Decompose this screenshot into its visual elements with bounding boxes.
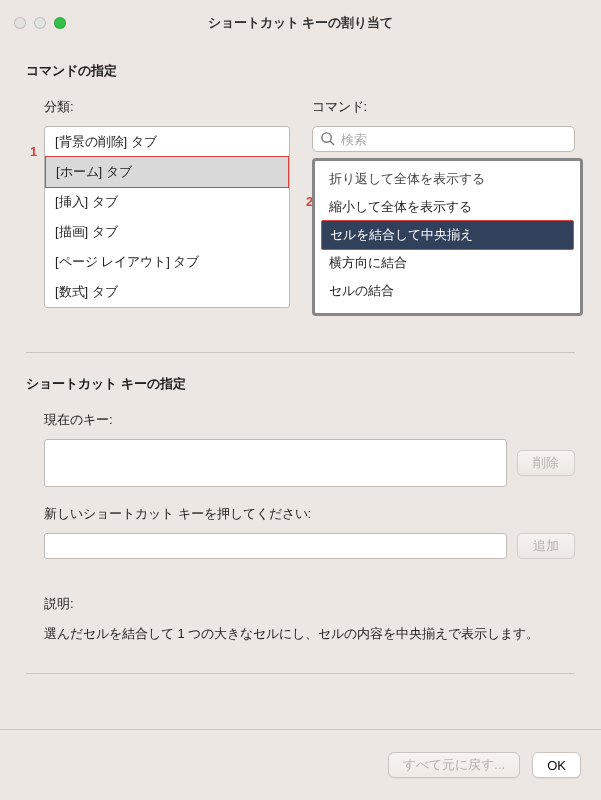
svg-line-1 xyxy=(330,141,334,145)
section-shortcut-title: ショートカット キーの指定 xyxy=(26,375,575,393)
maximize-window-button[interactable] xyxy=(54,17,66,29)
delete-button[interactable]: 削除 xyxy=(517,450,575,476)
description-label: 説明: xyxy=(44,595,575,613)
command-item[interactable]: 縮小して全体を表示する xyxy=(321,193,575,221)
description-block: 説明: 選んだセルを結合して 1 つの大きなセルにし、セルの内容を中央揃えで表示… xyxy=(44,595,575,645)
category-item[interactable]: [ページ レイアウト] タブ xyxy=(45,247,289,277)
category-item[interactable]: [数式] タブ xyxy=(45,277,289,307)
minimize-window-button[interactable] xyxy=(34,17,46,29)
description-text: 選んだセルを結合して 1 つの大きなセルにし、セルの内容を中央揃えで表示します。 xyxy=(44,623,575,645)
command-item[interactable]: 横方向に結合 xyxy=(321,249,575,277)
window-controls xyxy=(14,17,66,29)
press-key-label: 新しいショートカット キーを押してください: xyxy=(44,505,575,523)
category-item-selected[interactable]: [ホーム] タブ xyxy=(45,156,289,188)
category-item[interactable]: [挿入] タブ xyxy=(45,187,289,217)
category-item[interactable]: [描画] タブ xyxy=(45,217,289,247)
close-window-button[interactable] xyxy=(14,17,26,29)
category-item[interactable]: [背景の削除] タブ xyxy=(45,127,289,157)
titlebar: ショートカット キーの割り当て xyxy=(0,0,601,46)
window-title: ショートカット キーの割り当て xyxy=(0,14,601,32)
search-icon xyxy=(320,131,335,146)
command-column: コマンド: 折り返して全体を表示する 縮小して全体を表示する セルを結合して中央… xyxy=(312,98,576,316)
command-list-popup: 折り返して全体を表示する 縮小して全体を表示する セルを結合して中央揃え 横方向… xyxy=(312,158,584,316)
current-key-label: 現在のキー: xyxy=(44,411,575,429)
section-shortcut: ショートカット キーの指定 現在のキー: 削除 新しいショートカット キーを押し… xyxy=(26,353,575,663)
section-command-title: コマンドの指定 xyxy=(26,62,575,80)
add-button[interactable]: 追加 xyxy=(517,533,575,559)
annotation-marker-1: 1 xyxy=(30,144,37,159)
search-wrap xyxy=(312,126,576,152)
category-list[interactable]: [背景の削除] タブ [ホーム] タブ [挿入] タブ [描画] タブ [ページ… xyxy=(44,126,290,308)
current-key-field[interactable] xyxy=(44,439,507,487)
footer: すべて元に戻す... OK xyxy=(0,729,601,800)
new-key-field[interactable] xyxy=(44,533,507,559)
reset-all-button[interactable]: すべて元に戻す... xyxy=(388,752,520,778)
command-item[interactable]: 折り返して全体を表示する xyxy=(321,165,575,193)
category-label: 分類: xyxy=(44,98,290,116)
divider xyxy=(26,673,575,674)
svg-point-0 xyxy=(321,133,330,142)
search-input[interactable] xyxy=(312,126,576,152)
command-item[interactable]: セルの結合 xyxy=(321,277,575,305)
category-column: 分類: [背景の削除] タブ [ホーム] タブ [挿入] タブ [描画] タブ … xyxy=(26,98,290,316)
content-area: コマンドの指定 1 2 分類: [背景の削除] タブ [ホーム] タブ [挿入]… xyxy=(0,46,601,729)
ok-button[interactable]: OK xyxy=(532,752,581,778)
command-label: コマンド: xyxy=(312,98,576,116)
command-item-selected[interactable]: セルを結合して中央揃え xyxy=(321,220,575,250)
